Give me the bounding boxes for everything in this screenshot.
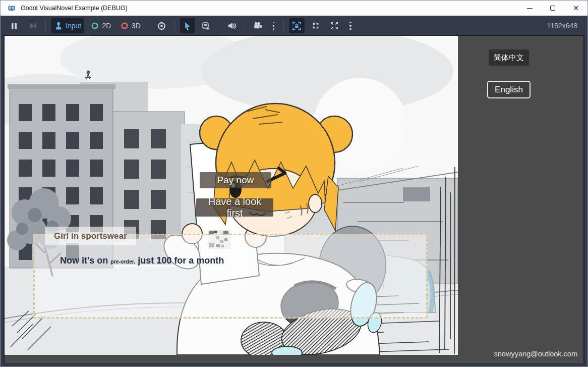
close-button[interactable]: ✕ bbox=[564, 1, 587, 16]
embed-lock-icon bbox=[292, 21, 302, 31]
window-bottom-edge bbox=[1, 363, 587, 366]
choice-have-a-look-button[interactable]: Have a look first bbox=[196, 198, 273, 217]
dialog-line: Now it's on pre-order, just 100 for a mo… bbox=[60, 255, 224, 266]
expand-window-icon bbox=[330, 21, 339, 30]
titlebar: Godot VisualNovel Example (DEBUG) ✕ bbox=[1, 1, 587, 16]
minimize-icon bbox=[527, 8, 533, 9]
toolbar-separator bbox=[245, 20, 245, 32]
pause-button[interactable] bbox=[7, 18, 22, 33]
window-title: Godot VisualNovel Example (DEBUG) bbox=[21, 5, 518, 12]
embed-menu-button[interactable] bbox=[345, 22, 355, 30]
ring-3d-icon bbox=[121, 22, 129, 30]
next-frame-button[interactable] bbox=[25, 18, 40, 33]
toolbar-separator bbox=[149, 20, 149, 32]
node-picker-button[interactable] bbox=[199, 18, 214, 33]
fit-window-icon bbox=[311, 21, 320, 30]
language-panel: 简体中文 English snowyyang@outlook.com bbox=[458, 36, 583, 363]
input-button-label: Input bbox=[66, 22, 81, 30]
camera-override-button[interactable] bbox=[250, 18, 265, 33]
godot-logo-icon bbox=[7, 4, 16, 13]
visual-novel-scene[interactable]: Pay now Have a look first Girl in sports… bbox=[5, 36, 458, 355]
mouse-cursor-icon bbox=[183, 22, 192, 30]
game-toolbar: Input 2D 3D bbox=[1, 16, 587, 36]
game-viewport: Pay now Have a look first Girl in sports… bbox=[4, 35, 584, 364]
maximize-icon bbox=[550, 6, 555, 11]
resolution-label: 1152x648 bbox=[547, 22, 577, 30]
speaker-name-label: Girl in sportswear bbox=[45, 227, 136, 245]
speaker-icon bbox=[227, 21, 237, 30]
godot-game-window: Godot VisualNovel Example (DEBUG) ✕ bbox=[0, 0, 588, 367]
maximize-button[interactable] bbox=[541, 1, 564, 16]
pause-icon bbox=[10, 22, 18, 30]
language-chinese-button[interactable]: 简体中文 bbox=[489, 49, 529, 66]
dialog-box[interactable]: Girl in sportswear Now it's on pre-order… bbox=[33, 234, 428, 319]
dialog-line-suffix: just 100 for a month bbox=[135, 255, 224, 266]
toolbar-separator bbox=[283, 20, 284, 32]
debug-options-button[interactable] bbox=[154, 18, 169, 33]
suspend-input-button[interactable]: Input bbox=[51, 18, 84, 33]
toolbar-separator bbox=[174, 20, 175, 32]
audio-mute-button[interactable] bbox=[224, 18, 240, 33]
camera-menu-button[interactable] bbox=[269, 22, 278, 30]
node-picker-icon bbox=[202, 22, 210, 30]
language-english-button[interactable]: English bbox=[487, 81, 531, 98]
ring-2d-icon bbox=[91, 22, 99, 30]
view-3d-label: 3D bbox=[132, 22, 141, 30]
choice-pay-now-button[interactable]: Pay now bbox=[200, 172, 271, 188]
toolbar-separator bbox=[219, 20, 219, 32]
view-2d-label: 2D bbox=[102, 22, 111, 30]
dialog-line-prefix: Now it's on bbox=[60, 255, 110, 266]
debug-dot-icon bbox=[157, 22, 166, 30]
close-icon: ✕ bbox=[573, 5, 579, 12]
view-3d-button[interactable]: 3D bbox=[117, 18, 144, 33]
camera-override-icon bbox=[253, 21, 262, 30]
contact-email-label: snowyyang@outlook.com bbox=[494, 350, 577, 358]
view-2d-button[interactable]: 2D bbox=[88, 18, 114, 33]
fit-window-button[interactable] bbox=[308, 18, 323, 33]
expand-window-button[interactable] bbox=[327, 18, 342, 33]
next-frame-icon bbox=[29, 22, 37, 30]
minimize-button[interactable] bbox=[518, 1, 541, 16]
toolbar-separator bbox=[45, 20, 46, 32]
mouse-input-mode-button[interactable] bbox=[180, 18, 195, 33]
joypad-icon bbox=[54, 22, 63, 30]
dialog-line-small: pre-order, bbox=[110, 258, 135, 265]
window-controls: ✕ bbox=[518, 1, 587, 16]
embed-lock-button[interactable] bbox=[289, 18, 305, 33]
